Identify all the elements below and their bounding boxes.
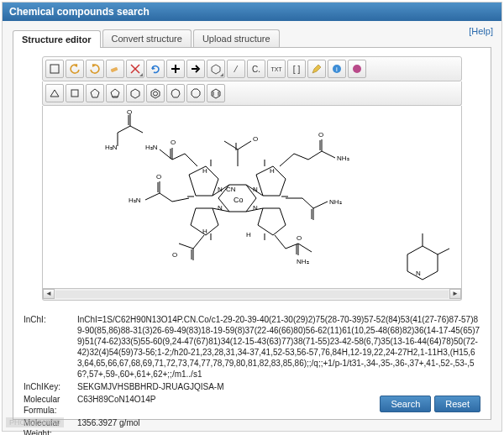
- heptagon-icon[interactable]: [166, 84, 185, 102]
- erase-icon[interactable]: [106, 60, 124, 78]
- svg-text:N: N: [218, 204, 223, 212]
- next-icon[interactable]: [186, 60, 205, 78]
- octagon-icon[interactable]: [186, 84, 205, 102]
- search-button[interactable]: Search: [380, 396, 431, 412]
- svg-text:H: H: [246, 231, 251, 238]
- svg-text:CN: CN: [226, 186, 236, 193]
- canvas-hscroll[interactable]: ◄ ►: [42, 289, 462, 301]
- svg-text:NH₂: NH₂: [297, 258, 309, 265]
- svg-marker-19: [192, 89, 200, 97]
- svg-text:NH₂: NH₂: [337, 155, 349, 162]
- svg-text:O: O: [318, 131, 323, 139]
- formula-label: Molecular Formula:: [24, 394, 77, 416]
- svg-point-17: [154, 92, 158, 96]
- pentagon-icon[interactable]: [86, 84, 104, 102]
- scroll-right-icon[interactable]: ►: [449, 289, 461, 299]
- svg-text:O: O: [171, 139, 176, 146]
- logo-icon[interactable]: [348, 60, 366, 78]
- svg-text:H: H: [270, 167, 275, 175]
- svg-text:H: H: [202, 228, 207, 235]
- tab-upload-structure[interactable]: Upload structure: [193, 29, 280, 47]
- editor-panel: ∕ C. TXT [ ] i: [13, 47, 491, 420]
- edit-icon[interactable]: [307, 60, 326, 78]
- info-icon[interactable]: i: [328, 60, 346, 78]
- toolbar-shapes: [42, 81, 462, 106]
- svg-marker-18: [171, 89, 180, 97]
- svg-marker-15: [131, 89, 139, 98]
- undo-icon[interactable]: [66, 60, 84, 78]
- svg-text:i: i: [336, 66, 338, 73]
- molecule-drawing: Co CN N N N N H₂N: [46, 107, 458, 287]
- svg-rect-11: [71, 90, 78, 97]
- structure-canvas[interactable]: Co CN N N N N H₂N: [42, 106, 462, 289]
- refresh-icon[interactable]: [146, 60, 165, 78]
- svg-text:O: O: [172, 251, 177, 259]
- reset-button[interactable]: Reset: [434, 396, 480, 412]
- svg-text:Co: Co: [234, 196, 244, 204]
- benzene-icon[interactable]: [207, 60, 225, 78]
- svg-point-9: [353, 65, 361, 73]
- benzene2-icon[interactable]: [146, 84, 165, 102]
- svg-text:O: O: [297, 234, 302, 242]
- tab-bar: Structure editor Convert structure Uploa…: [13, 29, 491, 47]
- text-icon[interactable]: TXT: [267, 60, 286, 78]
- photo-credit: PHOTO: WIPO: [6, 417, 64, 427]
- svg-text:O: O: [156, 173, 161, 181]
- brackets-icon[interactable]: [ ]: [287, 60, 306, 78]
- svg-text:N: N: [253, 186, 258, 193]
- svg-marker-12: [91, 89, 99, 97]
- svg-text:H₂N: H₂N: [129, 197, 141, 204]
- scroll-track[interactable]: [55, 291, 449, 298]
- window-title: Chemical compounds search: [3, 3, 501, 21]
- svg-text:NH₂: NH₂: [329, 198, 342, 206]
- svg-marker-10: [50, 90, 59, 97]
- inchi-value: InChI=1S/C62H90N13O14P.CN.Co/c1-29-20-39…: [77, 314, 480, 380]
- svg-text:H: H: [202, 167, 207, 175]
- svg-text:N: N: [218, 186, 223, 193]
- toolbar-main: ∕ C. TXT [ ] i: [42, 56, 462, 81]
- tab-structure-editor[interactable]: Structure editor: [13, 30, 101, 48]
- svg-rect-1: [111, 67, 118, 72]
- benzene3-icon[interactable]: [207, 84, 225, 102]
- inchikey-value: SEKGMJVHSBBHRD-JRUAGJQISA-M: [77, 381, 480, 392]
- inchikey-label: InChIKey:: [24, 381, 77, 392]
- svg-text:N: N: [253, 204, 258, 212]
- svg-marker-6: [212, 65, 220, 74]
- carbon-icon[interactable]: C.: [247, 60, 265, 78]
- add-icon[interactable]: [166, 60, 185, 78]
- inchi-label: InChI:: [24, 314, 77, 380]
- redo-icon[interactable]: [86, 60, 104, 78]
- cyclopentadiene-icon[interactable]: [106, 84, 124, 102]
- svg-text:N: N: [416, 270, 421, 277]
- compound-info: InChI: InChI=1S/C62H90N13O14P.CN.Co/c1-2…: [22, 311, 482, 435]
- svg-text:O: O: [127, 108, 132, 116]
- weight-value: 1356.3927 g/mol: [77, 417, 480, 435]
- svg-text:H₂N: H₂N: [145, 144, 158, 151]
- square-icon[interactable]: [66, 84, 84, 102]
- svg-marker-27: [258, 208, 286, 235]
- cut-icon[interactable]: [126, 60, 144, 78]
- hexagon-icon[interactable]: [126, 84, 144, 102]
- bond-icon[interactable]: ∕: [227, 60, 245, 78]
- tab-convert-structure[interactable]: Convert structure: [102, 29, 192, 47]
- svg-marker-16: [151, 89, 160, 98]
- svg-line-63: [438, 249, 449, 254]
- scroll-left-icon[interactable]: ◄: [43, 289, 55, 299]
- svg-text:H₂N: H₂N: [105, 144, 118, 151]
- svg-rect-0: [50, 65, 59, 73]
- triangle-icon[interactable]: [45, 84, 64, 102]
- svg-marker-61: [407, 246, 438, 280]
- svg-text:O: O: [253, 135, 258, 143]
- new-icon[interactable]: [45, 60, 64, 78]
